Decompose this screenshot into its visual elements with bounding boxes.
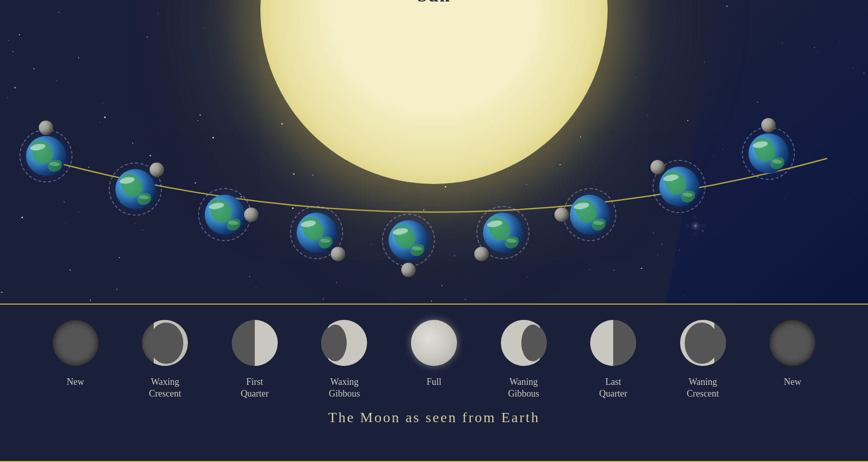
- earth: [483, 213, 523, 252]
- orbit-path: [0, 0, 868, 296]
- phase-item-new-1: New: [35, 320, 116, 388]
- moon-small: [554, 207, 569, 222]
- phase-moon-first-quarter: [232, 320, 278, 366]
- phase-label-new-2: New: [784, 376, 801, 388]
- moon-small: [39, 121, 53, 135]
- earth-group-2: [205, 195, 245, 235]
- phase-item-waning-crescent: Waning Crescent: [662, 320, 744, 400]
- phase-moon-waning-gibbous: [501, 320, 547, 366]
- moon-small: [331, 247, 345, 261]
- phase-moon-full: [411, 320, 457, 366]
- phase-label-full: Full: [426, 376, 441, 388]
- earth-group-7: [659, 167, 699, 206]
- earth: [297, 213, 336, 252]
- phases-row: NewWaxing CrescentFirst QuarterWaxing Gi…: [0, 305, 868, 400]
- earth-group-0: [26, 136, 66, 176]
- moon-small: [150, 163, 164, 177]
- phase-moon-waning-crescent: [680, 320, 726, 366]
- earth: [749, 133, 788, 173]
- bottom-title: The Moon as seen from Earth: [0, 409, 868, 426]
- moon-small: [650, 160, 665, 174]
- earth: [26, 136, 66, 176]
- moon-small: [244, 207, 258, 222]
- phase-label-waxing-crescent: Waxing Crescent: [149, 376, 181, 400]
- moon-small: [401, 263, 416, 277]
- phase-item-waxing-gibbous: Waxing Gibbous: [303, 320, 385, 400]
- phase-label-waxing-gibbous: Waxing Gibbous: [329, 376, 360, 400]
- phase-item-waning-gibbous: Waning Gibbous: [483, 320, 565, 400]
- earth-group-1: [115, 169, 155, 209]
- moon-small: [474, 247, 489, 261]
- earth: [115, 169, 155, 209]
- phase-item-last-quarter: Last Quarter: [572, 320, 654, 400]
- earth-group-5: [483, 213, 523, 252]
- phase-item-first-quarter: First Quarter: [214, 320, 296, 400]
- earth: [570, 195, 610, 235]
- phase-moon-new-2: [769, 320, 815, 366]
- phase-moon-new-1: [53, 320, 99, 366]
- earth-group-8: [749, 133, 788, 173]
- phase-item-waxing-crescent: Waxing Crescent: [124, 320, 206, 400]
- phase-item-full: Full: [393, 320, 475, 388]
- earth-group-6: [570, 195, 610, 235]
- earth: [205, 195, 245, 235]
- earth: [389, 220, 428, 260]
- phase-moon-last-quarter: [590, 320, 636, 366]
- phase-label-waning-crescent: Waning Crescent: [687, 376, 719, 400]
- phase-item-new-2: New: [752, 320, 833, 388]
- phase-label-first-quarter: First Quarter: [240, 376, 269, 400]
- main-container: Sun NewWaxing CrescentFirst QuarterWaxin…: [0, 0, 868, 462]
- moon-small: [761, 118, 776, 132]
- phase-label-new-1: New: [67, 376, 84, 388]
- phase-moon-waxing-crescent: [142, 320, 188, 366]
- phase-label-last-quarter: Last Quarter: [599, 376, 628, 400]
- phase-label-waning-gibbous: Waning Gibbous: [508, 376, 539, 400]
- phase-moon-waxing-gibbous: [321, 320, 367, 366]
- earth-group-3: [297, 213, 336, 252]
- earth-group-4: [389, 220, 428, 260]
- bottom-panel: NewWaxing CrescentFirst QuarterWaxing Gi…: [0, 304, 868, 462]
- earth: [659, 167, 699, 206]
